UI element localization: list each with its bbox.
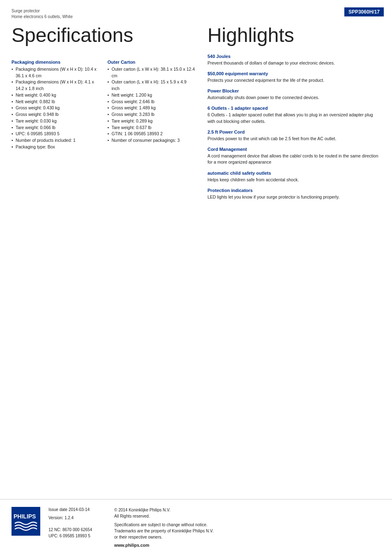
outer-carton-list: Outer carton (L x W x H): 38.1 x 15.0 x … bbox=[107, 66, 195, 144]
list-item: Tare weight: 0.066 lb bbox=[12, 125, 99, 131]
list-item: Gross weight: 2.646 lb bbox=[107, 99, 195, 105]
footer-meta: Issue date 2014-03-14 Version: 1.2.4 12 … bbox=[48, 507, 106, 539]
highlight-heading-4: 2.5 ft Power Cord bbox=[208, 130, 380, 134]
list-item: GTIN: 1 06 09585 18993 2 bbox=[107, 131, 195, 137]
packaging-dimensions-section: Packaging dimensions Packaging dimension… bbox=[12, 54, 99, 150]
page-title: Specifications bbox=[12, 25, 195, 46]
version: Version: 1.2.4 bbox=[48, 515, 106, 521]
list-item: Packaging type: Box bbox=[12, 144, 99, 150]
outer-carton-heading: Outer Carton bbox=[107, 60, 195, 65]
highlight-heading-2: Power Blocker bbox=[208, 88, 380, 93]
list-item: Nett weight: 0.400 kg bbox=[12, 92, 99, 99]
list-item: Nett weight: 0.882 lb bbox=[12, 99, 99, 105]
outer-carton-section: Outer Carton Outer carton (L x W x H): 3… bbox=[107, 54, 195, 150]
highlight-heading-5: Cord Management bbox=[208, 147, 380, 152]
list-item: Tare weight: 0.030 kg bbox=[12, 118, 99, 125]
packaging-dimensions-list: Packaging dimensions (W x H x D): 10.4 x… bbox=[12, 66, 99, 150]
product-type: Surge protector bbox=[12, 8, 73, 14]
packaging-dimensions-heading: Packaging dimensions bbox=[12, 60, 99, 65]
highlight-desc-7: LED lights let you know if your surge pr… bbox=[208, 194, 380, 200]
highlight-desc-3: 6 Outlets - 1 adapter spaced outlet that… bbox=[208, 112, 380, 124]
svg-rect-0 bbox=[12, 507, 40, 536]
footer: PHILIPS Issue date 2014-03-14 Version: 1… bbox=[0, 499, 392, 555]
highlight-desc-4: Provides power to the unit which cab be … bbox=[208, 136, 380, 142]
list-item: Tare weight: 0.289 kg bbox=[107, 118, 195, 125]
issue-date: Issue date 2014-03-14 bbox=[48, 507, 106, 513]
disclaimer: Specifications are subject to change wit… bbox=[114, 522, 380, 540]
svg-text:PHILIPS: PHILIPS bbox=[14, 513, 36, 520]
highlight-heading-1: $50,000 equipment warranty bbox=[208, 71, 380, 76]
list-item: Packaging dimensions (W x H x D): 4.1 x … bbox=[12, 79, 99, 92]
list-item: Gross weight: 1.489 kg bbox=[107, 105, 195, 111]
footer-right-section: © 2014 Koninklijke Philips N.V.All Right… bbox=[114, 507, 380, 548]
highlight-desc-1: Protects your connected equipment for th… bbox=[208, 77, 380, 83]
list-item: Number of products included: 1 bbox=[12, 137, 99, 144]
right-column: Highlights 540 JoulesPrevent thousands o… bbox=[203, 25, 380, 201]
left-column: Specifications Packaging dimensions Pack… bbox=[12, 25, 203, 201]
website: www.philips.com bbox=[114, 543, 380, 548]
copyright: © 2014 Koninklijke Philips N.V.All Right… bbox=[114, 507, 380, 519]
highlight-heading-7: Protection indicators bbox=[208, 188, 380, 193]
highlight-desc-6: Helps keep children safe from accidental… bbox=[208, 177, 380, 183]
highlights-title: Highlights bbox=[208, 25, 380, 46]
nc-upc: 12 NC: 8670 000 62654UPC: 6 09585 18993 … bbox=[48, 527, 106, 539]
list-item: Outer carton (L x W x H): 15 x 5.9 x 4.9… bbox=[107, 79, 195, 92]
highlight-heading-0: 540 Joules bbox=[208, 54, 380, 59]
product-code-badge: SPP3060H/17 bbox=[344, 7, 384, 16]
product-desc: Home electronics 6 outlets, White bbox=[12, 14, 73, 20]
highlight-desc-0: Prevent thousands of dollars of damage t… bbox=[208, 60, 380, 66]
highlight-desc-2: Automatically shuts down power to the co… bbox=[208, 95, 380, 101]
list-item: Tare weight: 0.637 lb bbox=[107, 125, 195, 131]
list-item: UPC: 6 09585 18993 5 bbox=[12, 131, 99, 137]
product-meta: Surge protector Home electronics 6 outle… bbox=[12, 8, 73, 20]
list-item: Gross weight: 3.283 lb bbox=[107, 111, 195, 118]
list-item: Nett weight: 1.200 kg bbox=[107, 92, 195, 99]
list-item: Number of consumer packagings: 3 bbox=[107, 137, 195, 144]
highlight-heading-3: 6 Outlets - 1 adapter spaced bbox=[208, 106, 380, 111]
philips-logo: PHILIPS bbox=[12, 507, 40, 536]
highlight-desc-5: A cord management device that allows the… bbox=[208, 153, 380, 165]
list-item: Gross weight: 0.430 kg bbox=[12, 105, 99, 111]
highlight-heading-6: automatic child safety outlets bbox=[208, 171, 380, 176]
highlights-list: 540 JoulesPrevent thousands of dollars o… bbox=[208, 54, 380, 200]
list-item: Packaging dimensions (W x H x D): 10.4 x… bbox=[12, 66, 99, 79]
list-item: Outer carton (L x W x H): 38.1 x 15.0 x … bbox=[107, 66, 195, 79]
list-item: Gross weight: 0.948 lb bbox=[12, 111, 99, 118]
